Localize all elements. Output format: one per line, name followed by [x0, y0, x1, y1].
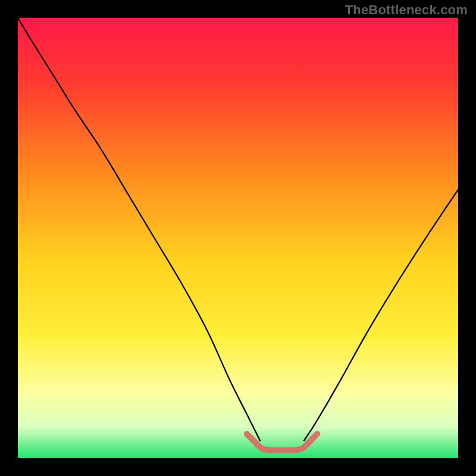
- plot-area: [18, 18, 458, 458]
- chart-svg: [18, 18, 458, 458]
- watermark-label: TheBottleneck.com: [345, 2, 468, 18]
- chart-frame: TheBottleneck.com: [0, 0, 476, 476]
- gradient-background: [18, 18, 458, 458]
